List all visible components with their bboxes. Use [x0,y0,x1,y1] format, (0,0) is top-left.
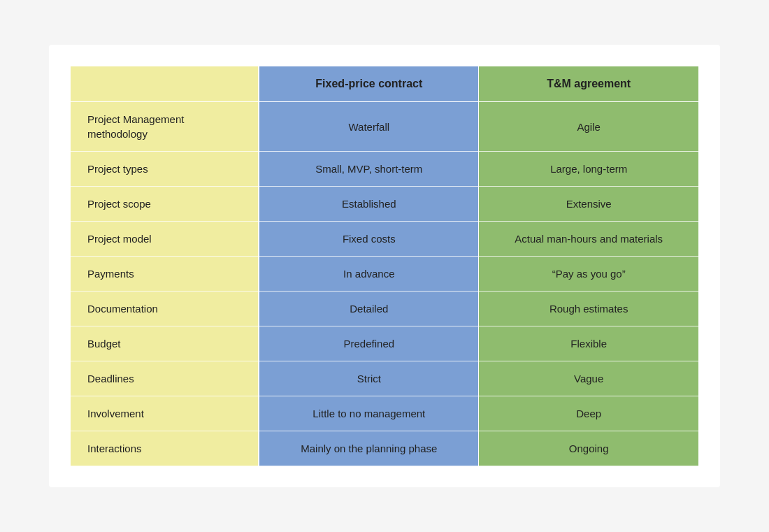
row-label: Payments [71,257,259,292]
row-label: Project types [71,152,259,187]
row-label: Documentation [71,292,259,326]
table-row: Project Management methodologyWaterfallA… [71,102,699,152]
table-row: Project modelFixed costsActual man-hours… [71,222,699,257]
table-row: Project scopeEstablishedExtensive [71,187,699,222]
table-row: Project typesSmall, MVP, short-termLarge… [71,152,699,187]
row-label: Interactions [71,431,259,466]
row-tm-value: Extensive [479,187,699,222]
row-fixed-value: Fixed costs [259,222,479,257]
table-row: InteractionsMainly on the planning phase… [71,431,699,466]
row-fixed-value: Waterfall [259,102,479,152]
row-tm-value: Agile [479,102,699,152]
row-label: Budget [71,326,259,361]
row-tm-value: Ongoing [479,431,699,466]
row-tm-value: Large, long-term [479,152,699,187]
row-label: Deadlines [71,361,259,396]
row-tm-value: Vague [479,361,699,396]
row-label: Project scope [71,187,259,222]
row-tm-value: Deep [479,396,699,431]
comparison-table: Fixed-price contract T&M agreement Proje… [70,66,699,466]
row-tm-value: Actual man-hours and materials [479,222,699,257]
row-tm-value: Rough estimates [479,292,699,326]
row-fixed-value: Strict [259,361,479,396]
table-row: BudgetPredefinedFlexible [71,326,699,361]
header-row: Fixed-price contract T&M agreement [71,66,699,101]
header-label-cell [71,66,259,101]
row-fixed-value: Little to no management [259,396,479,431]
row-fixed-value: Predefined [259,326,479,361]
header-tm: T&M agreement [479,66,699,101]
comparison-table-wrapper: Fixed-price contract T&M agreement Proje… [49,45,720,487]
table-row: InvolvementLittle to no managementDeep [71,396,699,431]
row-tm-value: “Pay as you go” [479,257,699,292]
row-fixed-value: Established [259,187,479,222]
row-fixed-value: Small, MVP, short-term [259,152,479,187]
row-label: Involvement [71,396,259,431]
header-fixed-price: Fixed-price contract [259,66,479,101]
row-fixed-value: In advance [259,257,479,292]
table-row: DocumentationDetailedRough estimates [71,292,699,326]
row-fixed-value: Mainly on the planning phase [259,431,479,466]
row-label: Project model [71,222,259,257]
row-tm-value: Flexible [479,326,699,361]
row-fixed-value: Detailed [259,292,479,326]
table-row: PaymentsIn advance“Pay as you go” [71,257,699,292]
table-row: DeadlinesStrictVague [71,361,699,396]
row-label: Project Management methodology [71,102,259,152]
